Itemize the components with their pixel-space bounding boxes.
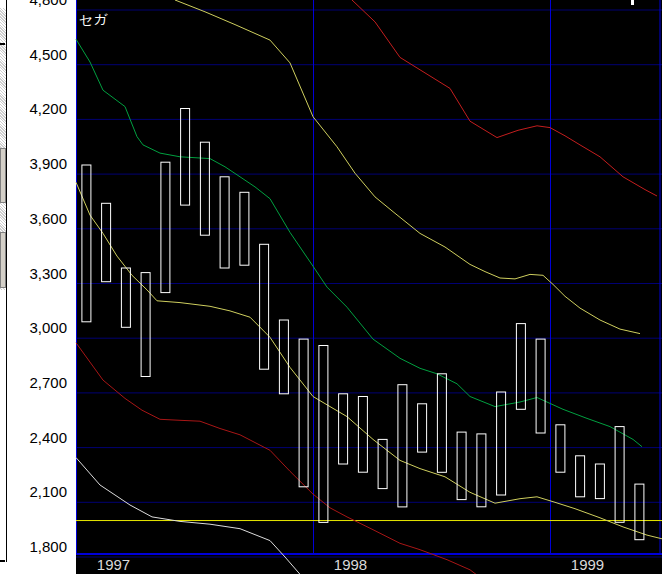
x-axis-year-label: 1997 — [97, 556, 130, 573]
top-edge-tick — [631, 0, 634, 5]
plot-area[interactable] — [76, 0, 662, 574]
x-axis-year-label: 1998 — [334, 556, 367, 573]
chart-canvas: 199719981999 — [0, 0, 662, 574]
x-axis-year-label: 1999 — [571, 556, 604, 573]
security-name-label: セガ — [79, 10, 108, 28]
